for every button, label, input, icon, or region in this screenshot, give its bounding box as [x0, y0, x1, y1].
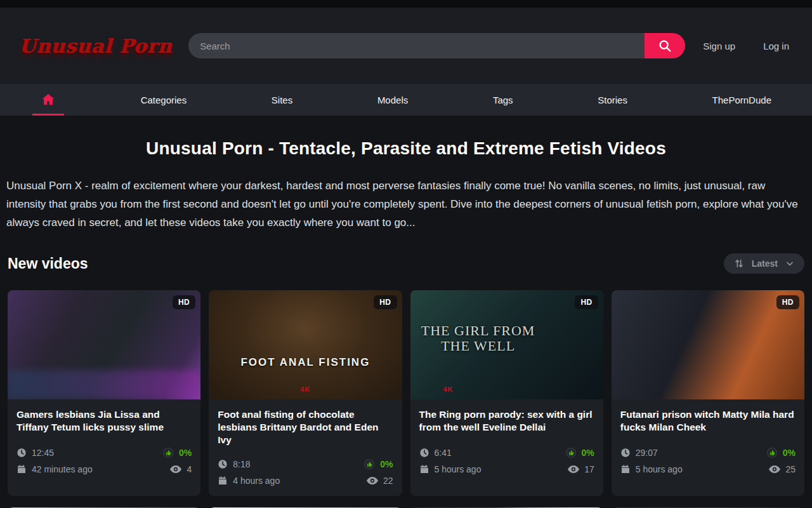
video-title[interactable]: The Ring porn parody: sex with a girl fr…: [410, 399, 603, 436]
video-title[interactable]: Gamers lesbians Jia Lissa and Tiffany Te…: [8, 399, 200, 436]
clock-icon: [218, 459, 228, 469]
video-thumbnail[interactable]: HD: [612, 290, 804, 399]
main-content: Unusual Porn - Tentacle, Parasite and Ex…: [0, 138, 812, 508]
video-card[interactable]: HD FOOT ANAL FISTING 4K Foot anal fistin…: [209, 290, 402, 496]
eye-icon: [367, 476, 378, 485]
upload-age: 5 hours ago: [419, 464, 481, 474]
eye-icon: [170, 465, 181, 474]
page-title: Unusual Porn - Tentacle, Parasite and Ex…: [8, 138, 804, 159]
search-bar: [188, 33, 685, 58]
sort-label: Latest: [752, 258, 778, 269]
calendar-icon: [16, 464, 27, 474]
thumbs-up-icon: [766, 447, 778, 458]
clock-icon: [419, 448, 429, 458]
video-thumbnail[interactable]: HD FOOT ANAL FISTING 4K: [209, 290, 402, 399]
thumbnail-caption: THE GIRL FROM THE WELL: [421, 323, 535, 354]
search-button[interactable]: [645, 33, 685, 58]
login-link[interactable]: Log in: [763, 41, 789, 51]
hd-badge: HD: [173, 295, 195, 309]
nav-categories[interactable]: Categories: [132, 84, 196, 116]
upload-age: 5 hours ago: [620, 464, 683, 474]
thumbs-up-icon: [162, 447, 174, 458]
section-title: New videos: [8, 255, 88, 272]
home-icon: [41, 92, 56, 107]
sort-icon: [734, 258, 744, 269]
eye-icon: [769, 465, 780, 474]
rating: 0%: [363, 458, 393, 470]
thumbs-up-icon: [565, 447, 577, 458]
video-grid: HD Gamers lesbians Jia Lissa and Tiffany…: [8, 290, 804, 496]
top-strip: [0, 0, 812, 8]
nav-tags[interactable]: Tags: [484, 84, 522, 116]
section-head: New videos Latest: [8, 253, 804, 274]
upload-age: 42 minutes ago: [16, 464, 93, 474]
clock-icon: [16, 448, 27, 458]
video-meta: 12:45 0% 42 minutes ago 4: [8, 436, 200, 485]
hd-badge: HD: [575, 295, 598, 309]
video-thumbnail[interactable]: HD: [8, 290, 200, 399]
thumbnail-4k-label: 4K: [443, 385, 454, 393]
video-meta: 29:07 0% 5 hours ago 25: [612, 436, 804, 485]
hd-badge: HD: [374, 295, 396, 309]
rating: 0%: [162, 447, 192, 458]
view-count: 25: [769, 464, 796, 474]
video-meta: 6:41 0% 5 hours ago 17: [410, 436, 603, 485]
thumbs-up-icon: [363, 458, 375, 470]
video-thumbnail[interactable]: HD THE GIRL FROM THE WELL 4K: [410, 290, 603, 399]
chevron-down-icon: [785, 259, 794, 268]
thumbnail-caption: FOOT ANAL FISTING: [240, 356, 370, 369]
duration: 12:45: [16, 448, 54, 458]
duration: 8:18: [218, 459, 250, 469]
search-input[interactable]: [188, 33, 645, 58]
view-count: 17: [568, 464, 594, 474]
video-title[interactable]: Futanari prison witch Matty Mila hard fu…: [612, 399, 804, 436]
sort-dropdown[interactable]: Latest: [724, 253, 804, 274]
nav-sites[interactable]: Sites: [263, 84, 301, 116]
video-meta: 8:18 0% 4 hours ago 22: [209, 448, 402, 496]
nav-home[interactable]: [32, 84, 65, 116]
duration: 29:07: [620, 448, 658, 458]
eye-icon: [568, 465, 579, 474]
calendar-icon: [419, 464, 429, 474]
nav-stories[interactable]: Stories: [589, 84, 636, 116]
hd-badge: HD: [776, 295, 799, 309]
video-card[interactable]: HD Futanari prison witch Matty Mila hard…: [612, 290, 804, 496]
search-icon: [658, 39, 672, 53]
calendar-icon: [620, 464, 631, 474]
clock-icon: [620, 448, 631, 458]
site-logo[interactable]: Unusual Porn: [19, 35, 172, 57]
auth-links: Sign up Log in: [703, 41, 789, 51]
nav-theporndude[interactable]: ThePornDude: [704, 84, 780, 116]
nav-models[interactable]: Models: [369, 84, 417, 116]
signup-link[interactable]: Sign up: [703, 41, 735, 51]
video-title[interactable]: Foot anal fisting of chocolate lesbians …: [209, 399, 402, 448]
rating: 0%: [565, 447, 594, 458]
site-header: Unusual Porn Sign up Log in: [0, 8, 812, 84]
main-nav: Categories Sites Models Tags Stories The…: [0, 84, 812, 116]
upload-age: 4 hours ago: [218, 476, 280, 486]
view-count: 4: [170, 464, 192, 474]
thumbnail-4k-label: 4K: [209, 385, 402, 393]
page-description: Unusual Porn X - realm of excitement whe…: [6, 177, 806, 232]
calendar-icon: [218, 476, 228, 486]
rating: 0%: [766, 447, 796, 458]
view-count: 22: [367, 476, 393, 486]
video-card[interactable]: HD THE GIRL FROM THE WELL 4K The Ring po…: [410, 290, 603, 496]
video-card[interactable]: HD Gamers lesbians Jia Lissa and Tiffany…: [8, 290, 200, 496]
duration: 6:41: [419, 448, 452, 458]
